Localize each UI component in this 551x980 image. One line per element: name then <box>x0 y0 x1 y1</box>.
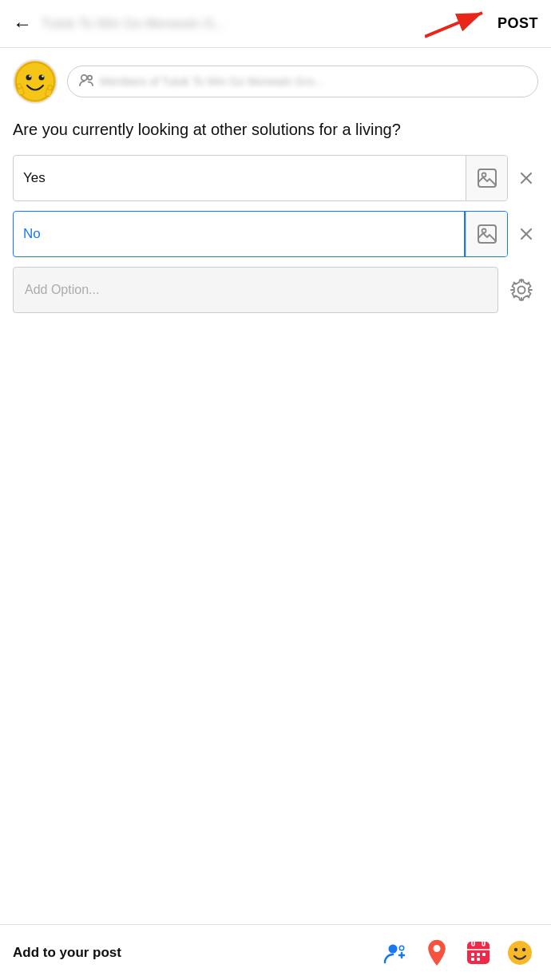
svg-point-36 <box>508 941 532 965</box>
poll-remove-btn-2[interactable] <box>514 222 538 246</box>
header-title: Tutok To Win Go Monewin G... <box>42 16 226 32</box>
tag-people-button[interactable] <box>377 934 414 971</box>
emoji-icon <box>506 939 533 966</box>
image-icon-2 <box>477 224 497 244</box>
svg-point-6 <box>29 75 30 77</box>
header-left: ← Tutok To Win Go Monewin G... <box>13 13 226 35</box>
poll-option-input-2[interactable] <box>14 212 466 256</box>
tag-people-icon <box>381 938 410 967</box>
user-row: Members of Tutok To Win Go Monewin Gro..… <box>0 48 551 112</box>
svg-rect-31 <box>471 953 474 956</box>
svg-point-38 <box>522 947 525 950</box>
poll-option-box-2 <box>13 211 508 257</box>
svg-point-19 <box>482 229 486 233</box>
bottom-bar: Add to your post <box>0 924 551 980</box>
audience-icon <box>79 73 93 89</box>
svg-rect-34 <box>471 958 474 961</box>
svg-point-25 <box>400 946 403 950</box>
bottom-icons <box>377 934 538 971</box>
poll-option-image-btn-1[interactable] <box>466 156 507 200</box>
poll-remove-btn-1[interactable] <box>514 166 538 190</box>
poll-option-input-1[interactable] <box>14 156 466 200</box>
activity-button[interactable] <box>460 934 497 971</box>
image-icon-1 <box>477 168 497 188</box>
svg-rect-33 <box>482 953 486 956</box>
svg-rect-28 <box>472 941 474 946</box>
svg-point-26 <box>434 945 441 952</box>
post-button[interactable]: POST <box>497 15 538 32</box>
svg-point-12 <box>81 75 87 81</box>
poll-container: Add Option... <box>0 155 551 323</box>
avatar-image <box>14 61 56 102</box>
back-button[interactable]: ← <box>13 13 32 35</box>
post-area: POST <box>497 15 538 32</box>
svg-rect-18 <box>478 225 496 243</box>
svg-rect-14 <box>478 169 496 187</box>
svg-line-1 <box>425 13 482 37</box>
activity-icon <box>465 939 492 966</box>
gear-icon <box>509 278 533 302</box>
svg-point-13 <box>88 76 92 80</box>
location-icon <box>423 938 450 967</box>
poll-option-row <box>13 155 538 201</box>
add-option-row: Add Option... <box>13 267 538 313</box>
svg-point-23 <box>389 944 398 953</box>
poll-option-box-1 <box>13 155 508 201</box>
add-option-box[interactable]: Add Option... <box>13 267 498 313</box>
red-arrow-annotation <box>425 6 497 42</box>
add-option-placeholder: Add Option... <box>25 283 99 297</box>
audience-text: Members of Tutok To Win Go Monewin Gro..… <box>100 75 323 88</box>
svg-point-4 <box>26 75 32 81</box>
svg-point-37 <box>514 947 517 950</box>
poll-settings-button[interactable] <box>505 273 538 307</box>
svg-rect-11 <box>47 85 52 90</box>
svg-point-15 <box>482 173 486 177</box>
svg-point-7 <box>42 75 43 77</box>
avatar <box>13 59 57 104</box>
checkin-button[interactable] <box>418 934 455 971</box>
emoji-button[interactable] <box>501 934 538 971</box>
svg-rect-9 <box>17 83 22 89</box>
add-to-post-label: Add to your post <box>13 945 121 961</box>
svg-rect-29 <box>482 941 485 946</box>
svg-rect-35 <box>477 958 480 961</box>
app-header: ← Tutok To Win Go Monewin G... POST <box>0 0 551 48</box>
audience-selector[interactable]: Members of Tutok To Win Go Monewin Gro..… <box>67 65 538 97</box>
svg-point-5 <box>39 75 45 81</box>
svg-rect-32 <box>477 953 480 956</box>
svg-point-22 <box>518 287 525 294</box>
poll-option-row-2 <box>13 211 538 257</box>
question-text: Are you currently looking at other solut… <box>0 112 551 155</box>
poll-option-image-btn-2[interactable] <box>466 212 507 256</box>
